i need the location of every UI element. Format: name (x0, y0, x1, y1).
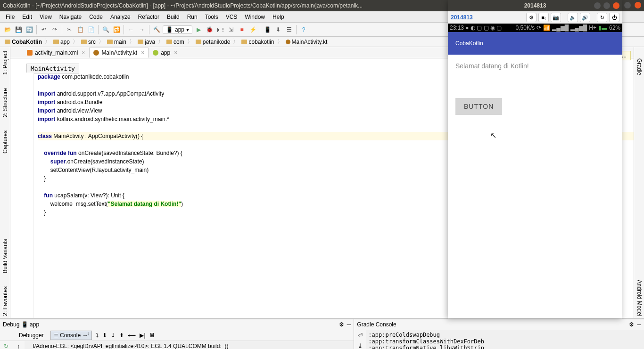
wrap-icon[interactable]: ⏎ (356, 332, 364, 339)
rerun-icon[interactable]: ↻ (2, 343, 10, 349)
tool-structure[interactable]: 2: Structure (1, 86, 9, 119)
maximize-icon[interactable] (624, 2, 631, 8)
forward-icon[interactable]: → (137, 25, 147, 34)
back-icon[interactable]: ← (126, 25, 136, 34)
menu-refactor[interactable]: Refactor (134, 14, 163, 20)
scroll-end-icon[interactable]: ⤓ (356, 342, 364, 349)
sdk-manager-icon[interactable]: ⬇ (273, 25, 283, 34)
step-into-icon[interactable]: ⬇ (102, 332, 107, 339)
undo-icon[interactable]: ↶ (39, 25, 49, 34)
help-icon[interactable]: ? (299, 25, 308, 34)
tool-captures[interactable]: Captures (1, 129, 9, 155)
console-side-toolbar: ↑ ↓ ⏎ ⤓ 🖨 🗑 (12, 341, 25, 349)
camera-icon[interactable]: 📷 (551, 13, 561, 22)
run-config-selector[interactable]: 📱 app ▾ (163, 25, 192, 34)
open-icon[interactable]: 📂 (3, 25, 12, 34)
force-step-into-icon[interactable]: ⇣ (111, 332, 116, 339)
volume-down-icon[interactable]: 🔈 (568, 13, 578, 22)
xml-icon (27, 50, 33, 56)
android-button[interactable]: BUTTON (455, 98, 502, 115)
emulator-titlebar[interactable]: 2014813 (448, 0, 622, 11)
menu-vcs[interactable]: VCS (222, 14, 241, 20)
save-icon[interactable]: 💾 (14, 25, 23, 34)
menu-edit[interactable]: Edit (18, 14, 36, 20)
instant-run-icon[interactable]: ⚡ (248, 25, 257, 34)
minimize-icon[interactable] (594, 2, 601, 9)
copy-icon[interactable]: 📋 (75, 25, 85, 34)
cut-icon[interactable]: ✂ (65, 25, 74, 34)
menu-help[interactable]: Help (269, 14, 288, 20)
gear-icon[interactable]: ⚙ (526, 13, 537, 22)
avd-manager-icon[interactable]: 📱 (263, 25, 272, 34)
close-icon[interactable]: × (141, 49, 144, 56)
project-structure-icon[interactable]: ☰ (284, 25, 294, 34)
close-icon[interactable]: × (82, 49, 85, 56)
crumb-com[interactable]: com (165, 39, 186, 45)
menu-file[interactable]: File (2, 14, 18, 20)
tool-favorites[interactable]: 2: Favorites (1, 284, 9, 318)
run-icon[interactable]: ▶ (194, 25, 203, 34)
menu-code[interactable]: Code (85, 14, 107, 20)
crumb-main[interactable]: main (105, 39, 128, 45)
step-out-icon[interactable]: ⬆ (119, 332, 124, 339)
android-app-body: Selamat datang di Kotlin! BUTTON (448, 55, 622, 318)
console-output[interactable]: I/Adreno-EGL: <qeglDrvAPI_eglInitialize:… (25, 341, 354, 349)
menu-tools[interactable]: Tools (201, 14, 222, 20)
tab-console[interactable]: ≣ Console →ⁱ (50, 331, 92, 340)
run-to-cursor-icon[interactable]: ▶| (140, 332, 145, 339)
stop-icon[interactable]: ■ (237, 25, 247, 34)
redo-icon[interactable]: ↷ (50, 25, 59, 34)
rotate-icon[interactable]: ↻ (597, 13, 607, 22)
close-icon[interactable] (635, 2, 641, 8)
gradle-side-toolbar: ⏎ ⤓ (354, 330, 366, 349)
menu-navigate[interactable]: Navigate (56, 14, 85, 20)
make-icon[interactable]: 🔨 (152, 25, 161, 34)
crumb-app[interactable]: app (51, 39, 72, 45)
chevron-down-icon: ▾ (186, 26, 189, 33)
debug-icon[interactable]: 🐞 (205, 25, 214, 34)
step-over-icon[interactable]: ⤵ (96, 332, 99, 339)
menu-run[interactable]: Run (183, 14, 201, 20)
up-icon[interactable]: ↑ (15, 343, 22, 349)
signal-icon: ▂▄▆█ (552, 24, 569, 31)
menu-build[interactable]: Build (163, 14, 183, 20)
replace-icon[interactable]: 🔁 (112, 25, 121, 34)
record-video-icon[interactable]: ■₍ (538, 13, 549, 22)
attach-debugger-icon[interactable]: ⇲ (226, 25, 236, 34)
close-icon[interactable] (613, 2, 619, 9)
gear-icon[interactable]: ⚙ (629, 321, 634, 328)
menu-analyze[interactable]: Analyze (107, 14, 134, 20)
minimize-icon[interactable]: ─ (347, 321, 351, 328)
paste-icon[interactable]: 📄 (86, 25, 96, 34)
run-config-label: app (175, 26, 184, 33)
tab-app[interactable]: app × (149, 48, 182, 58)
tab-activity-main-xml[interactable]: activity_main.xml × (23, 48, 89, 58)
maximize-icon[interactable] (603, 2, 610, 9)
crumb-petanikode[interactable]: petanikode (194, 39, 232, 45)
tool-build-variants[interactable]: Build Variants (1, 237, 9, 275)
find-icon[interactable]: 🔍 (101, 25, 110, 34)
power-icon[interactable]: ⏻ (609, 13, 619, 22)
tool-gradle[interactable]: Gradle (635, 57, 644, 77)
debug-panel: Debug 📱 app ⚙ ─ Debugger ≣ Console →ⁱ ⤵ … (0, 319, 354, 349)
gradle-output[interactable]: :app:preColdswapDebug :app:transformClas… (366, 330, 644, 349)
close-icon[interactable]: × (174, 49, 177, 56)
gear-icon[interactable]: ⚙ (339, 321, 344, 328)
tab-mainactivity-kt[interactable]: MainActivity.kt × (89, 48, 149, 58)
menu-view[interactable]: View (36, 14, 56, 20)
crumb-java[interactable]: java (136, 39, 157, 45)
tab-debugger[interactable]: Debugger (16, 331, 47, 340)
volume-up-icon[interactable]: 🔊 (580, 13, 590, 22)
drop-frame-icon[interactable]: ⟵ (128, 332, 136, 339)
evaluate-icon[interactable]: 🖩 (149, 332, 155, 339)
tool-project[interactable]: 1: Project (1, 49, 9, 77)
sync-icon[interactable]: 🔄 (25, 25, 34, 34)
crumb-project[interactable]: CobaKotlin (3, 39, 44, 45)
crumb-cobakotlin[interactable]: cobakotlin (239, 39, 276, 45)
profile-icon[interactable]: ⏵⁝ (215, 25, 225, 34)
menu-window[interactable]: Window (241, 14, 269, 20)
crumb-file[interactable]: MainActivity.kt (284, 39, 330, 45)
minimize-icon[interactable]: ─ (637, 321, 641, 328)
tool-android-model[interactable]: Android Model (635, 278, 644, 318)
crumb-src[interactable]: src (79, 39, 98, 45)
